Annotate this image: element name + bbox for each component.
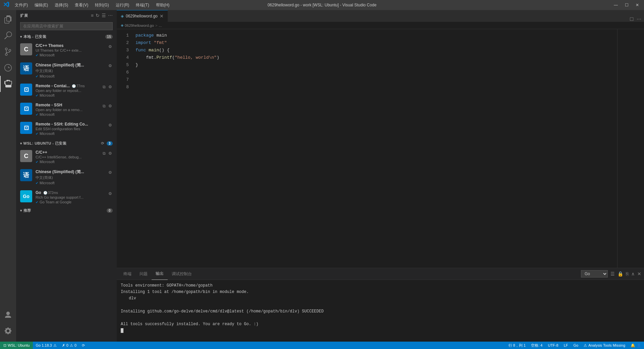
panel-list-icon[interactable]: ☰ <box>610 271 615 277</box>
menu-run[interactable]: 运行(R) <box>113 2 132 9</box>
ext-copy-button[interactable]: ⧉ <box>102 151 106 156</box>
ext-settings-button[interactable]: ⚙ <box>108 170 113 175</box>
menu-terminal[interactable]: 终端(T) <box>133 2 152 9</box>
menu-file[interactable]: 文件(F) <box>12 2 31 9</box>
status-notifications[interactable]: 🔔 👤 <box>628 342 644 349</box>
status-encoding[interactable]: UTF-8 <box>545 342 561 349</box>
ext-settings-button[interactable]: ⚙ <box>108 44 113 49</box>
breadcrumb-file-icon: ◈ <box>121 23 123 28</box>
breadcrumb: ◈ 0629helloword.go > ... <box>117 22 644 29</box>
ext-actions[interactable]: ⚙ <box>108 63 113 68</box>
status-analysis[interactable]: ⚠ Analysis Tools Missing <box>581 342 628 349</box>
ext-settings-button[interactable]: ⚙ <box>108 151 113 156</box>
code-editor[interactable]: 1 2 3 4 5 6 7 8 package main import "fmt… <box>117 29 644 268</box>
code-content[interactable]: package main import "fmt" func main() { … <box>133 29 617 268</box>
wsl-sync-icon[interactable]: ⟳ <box>101 141 104 146</box>
wsl-sync-actions[interactable]: ⟳ 3 <box>101 141 113 146</box>
breadcrumb-more[interactable]: ... <box>159 23 162 28</box>
ext-actions[interactable]: ⧉ ⚙ <box>102 151 113 156</box>
breadcrumb-file[interactable]: 0629helloword.go <box>125 23 154 28</box>
ext-copy-button[interactable]: ⧉ <box>102 84 106 90</box>
panel-chevron-up-icon[interactable]: ∧ <box>631 271 635 277</box>
local-section-header[interactable]: ▾ 本地 - 已安装 15 <box>16 33 117 41</box>
vscode-logo-icon <box>3 1 9 9</box>
status-right: 行 8, 列 1 空格: 4 UTF-8 LF Go ⚠ Analysis To… <box>506 342 644 349</box>
menu-view[interactable]: 查看(V) <box>72 2 91 9</box>
activity-settings[interactable] <box>0 323 16 339</box>
status-sync[interactable]: ⟳ <box>79 342 88 349</box>
list-item[interactable]: C C/C++ Themes UI Themes for C/C++ exte.… <box>16 41 117 60</box>
ext-timing: 🕐 372ms <box>43 191 58 195</box>
list-item[interactable]: Go Go 🕐 372ms Rich Go language support f… <box>16 188 117 207</box>
panel-close-button[interactable]: ✕ <box>637 271 641 277</box>
split-editor-button[interactable]: ☐ <box>630 16 634 22</box>
ext-settings-button[interactable]: ⚙ <box>108 103 113 109</box>
activity-search[interactable] <box>0 28 16 44</box>
window-controls[interactable]: — ☐ ✕ <box>612 3 641 7</box>
filter-icon[interactable]: ≡ <box>91 13 94 18</box>
panel-tab-problems[interactable]: 问题 <box>136 268 152 280</box>
ext-actions[interactable]: ⚙ <box>108 122 113 128</box>
maximize-button[interactable]: ☐ <box>623 3 630 7</box>
refresh-icon[interactable]: ↻ <box>96 13 100 18</box>
ext-actions[interactable]: ⧉ ⚙ <box>102 103 113 109</box>
ext-actions[interactable]: ⚙ <box>108 170 113 175</box>
panel-tab-terminal[interactable]: 终端 <box>119 268 136 280</box>
menu-help[interactable]: 帮助(H) <box>153 2 172 9</box>
ext-settings-button[interactable]: ⚙ <box>108 63 113 68</box>
list-item[interactable]: ⊡ Remote - SSH Open any folder on a remo… <box>16 100 117 119</box>
tab-icon: ◈ <box>121 14 124 18</box>
activity-source-control[interactable] <box>0 44 16 60</box>
status-language[interactable]: Go <box>571 342 581 349</box>
list-item[interactable]: 语 Chinese (Simplified) (简... 中文(简体) ✔ Mi… <box>16 60 117 81</box>
menu-goto[interactable]: 转到(G) <box>92 2 111 9</box>
status-eol[interactable]: LF <box>561 342 571 349</box>
activity-extensions[interactable] <box>0 76 16 92</box>
list-item[interactable]: 语 Chinese (Simplified) (简... 中文(简体) ✔ Mi… <box>16 166 117 188</box>
menu-edit[interactable]: 编辑(E) <box>32 2 51 9</box>
editor-right-actions[interactable]: ☐ ⋯ <box>627 16 644 22</box>
list-item[interactable]: ⊡ Remote - Contai... 🕐 77ms Open any fol… <box>16 81 117 100</box>
wsl-icon: ⊡ <box>3 343 6 348</box>
editor-tab-active[interactable]: ◈ 0629helloword.go ✕ <box>117 10 168 22</box>
ext-settings-button[interactable]: ⚙ <box>108 84 113 90</box>
ext-settings-button[interactable]: ⚙ <box>108 122 113 128</box>
wsl-section-header[interactable]: ▾ WSL: UBUNTU - 已安装 ⟳ 3 <box>16 140 117 147</box>
menu-select[interactable]: 选择(S) <box>52 2 71 9</box>
activity-run-debug[interactable] <box>0 60 16 76</box>
panel-output-content: Tools environment: GOPATH=/home/gopath I… <box>117 280 644 342</box>
more-actions-icon[interactable]: ⋯ <box>108 13 113 18</box>
status-errors[interactable]: ✗ 0 ⚠ 0 <box>59 342 79 349</box>
list-item[interactable]: ⊡ Remote - SSH: Editing Co... Edit SSH c… <box>16 119 117 138</box>
status-row-col[interactable]: 行 8, 列 1 <box>506 342 528 349</box>
ext-actions[interactable]: ⚙ <box>108 191 113 196</box>
panel-copy-icon[interactable]: ⎘ <box>626 271 629 277</box>
panel-actions[interactable]: Go ☰ 🔒 ⎘ ∧ ✕ <box>581 270 641 278</box>
wsl-chevron-icon: ▾ <box>20 142 22 145</box>
minimap <box>617 29 644 268</box>
status-wsl-button[interactable]: ⊡ WSL: Ubuntu <box>0 342 33 349</box>
status-spaces[interactable]: 空格: 4 <box>528 342 545 349</box>
more-editor-actions-button[interactable]: ⋯ <box>637 16 641 22</box>
status-go-version[interactable]: Go 1.18.3 ⚠ <box>33 342 59 349</box>
list-icon[interactable]: ☰ <box>102 13 106 18</box>
sidebar-actions[interactable]: ≡ ↻ ☰ ⋯ <box>91 13 113 18</box>
ext-copy-button[interactable]: ⧉ <box>102 103 106 109</box>
ext-settings-button[interactable]: ⚙ <box>108 191 113 196</box>
tab-close-button[interactable]: ✕ <box>160 14 164 18</box>
extensions-search-input[interactable] <box>20 22 113 30</box>
panel-output-dropdown[interactable]: Go <box>581 270 608 278</box>
ext-actions[interactable]: ⧉ ⚙ <box>102 84 113 90</box>
panel-tab-output[interactable]: 输出 <box>152 268 168 280</box>
close-button[interactable]: ✕ <box>634 3 641 7</box>
list-item[interactable]: C C/C++ C/C++ IntelliSense, debug... ✔ M… <box>16 147 117 166</box>
activity-explorer[interactable] <box>0 11 16 28</box>
ext-actions[interactable]: ⚙ <box>108 44 113 49</box>
panel-lock-icon[interactable]: 🔒 <box>618 271 623 277</box>
panel-tab-debug[interactable]: 调试控制台 <box>168 268 196 280</box>
titlebar-menu[interactable]: 文件(F) 编辑(E) 选择(S) 查看(V) 转到(G) 运行(R) 终端(T… <box>12 2 172 9</box>
activity-account[interactable] <box>0 307 16 323</box>
minimize-button[interactable]: — <box>612 3 619 7</box>
ext-desc: Open any folder on a remo... <box>36 108 99 112</box>
recommend-section-header[interactable]: ▾ 推荐 0 <box>16 207 117 214</box>
